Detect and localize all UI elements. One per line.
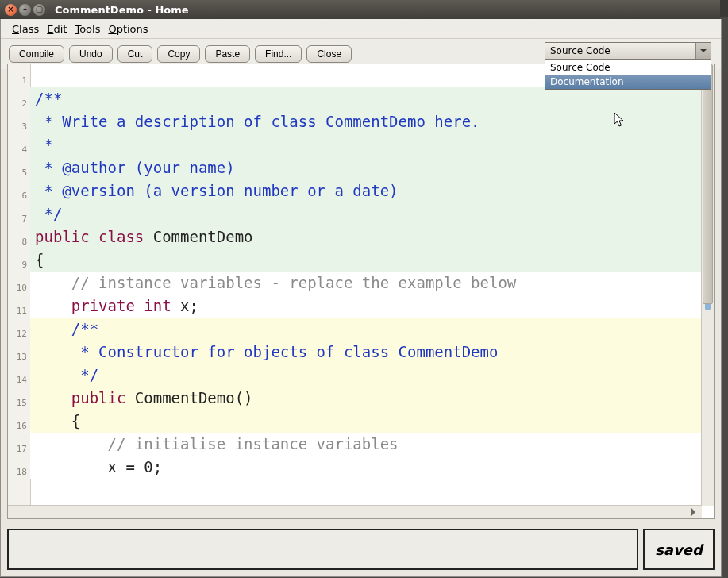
line-number-gutter: 1 2 3 4 5 6 7 8 9 10 11 12 13 14 15 16 1… [8,64,31,506]
vertical-scrollbar[interactable] [701,64,714,506]
view-dropdown[interactable]: Source Code Source Code Documentation [545,42,711,60]
code-token: class [90,228,144,245]
app-surface: Class Edit Tools Options Compile Undo Cu… [0,19,722,577]
code-token: private [35,297,135,314]
line-number: 8 [8,230,30,253]
code-token: public [35,389,125,407]
horizontal-scrollbar[interactable] [8,505,702,518]
scroll-right-icon[interactable] [689,506,702,518]
chevron-down-icon[interactable] [695,43,711,59]
line-number: 1 [8,69,30,92]
view-option-documentation[interactable]: Documentation [545,75,711,89]
window-buttons: × – ▢ [0,4,50,16]
code-line: * [35,136,53,153]
code-line: * Constructor for objects of class Comme… [35,343,498,360]
line-number: 12 [8,322,30,345]
code-line: /** [35,90,62,107]
code-line: * @version (a version number or a date) [35,182,399,199]
code-line: * @author (your name) [35,159,235,176]
scrollbar-thumb[interactable] [703,64,713,304]
code-line: { [35,412,80,430]
code-token: int [135,297,171,314]
menu-class[interactable]: Class [9,21,42,37]
cut-button[interactable]: Cut [117,45,153,63]
line-number: 14 [8,368,30,391]
code-line: // instance variables - replace the exam… [35,274,516,291]
menu-tools[interactable]: Tools [71,21,103,37]
undo-button[interactable]: Undo [69,45,113,63]
line-number: 17 [8,437,30,460]
message-area [7,529,638,570]
menu-bar: Class Edit Tools Options [1,19,721,39]
line-number: 3 [8,115,30,138]
code-token: CommentDemo() [125,389,252,407]
line-number: 5 [8,161,30,184]
line-number: 2 [8,92,30,115]
code-token: x; [171,297,198,314]
code-token: public [35,228,90,245]
close-window-icon[interactable]: × [5,4,17,16]
code-line: * Write a description of class CommentDe… [35,113,480,130]
code-token: CommentDemo [144,228,252,245]
maximize-window-icon[interactable]: ▢ [33,4,45,16]
line-number: 6 [8,184,30,207]
line-number: 15 [8,391,30,414]
code-line: x = 0; [35,458,162,476]
line-number: 18 [8,460,30,484]
editor: 1 2 3 4 5 6 7 8 9 10 11 12 13 14 15 16 1… [7,64,715,519]
line-number: 11 [8,299,30,322]
code-line: */ [35,366,98,383]
code-line: { [35,251,44,268]
minimize-window-icon[interactable]: – [19,4,31,16]
paste-button[interactable]: Paste [205,45,250,63]
title-bar: × – ▢ CommentDemo - Home [0,0,720,19]
view-dropdown-display[interactable]: Source Code [545,42,711,60]
save-status: saved [643,529,715,570]
line-number: 10 [8,276,30,299]
line-number: 16 [8,414,30,437]
code-line: */ [35,205,62,222]
code-line: // initialise instance variables [35,435,399,453]
line-number: 4 [8,138,30,161]
view-dropdown-selected: Source Code [550,45,611,56]
code-area[interactable]: /** * Write a description of class Comme… [30,64,702,506]
line-number: 7 [8,207,30,230]
compile-button[interactable]: Compile [9,45,64,63]
window-title: CommentDemo - Home [55,4,189,16]
code-line: /** [35,320,98,337]
status-row: saved [7,529,715,570]
copy-button[interactable]: Copy [157,45,200,63]
close-button[interactable]: Close [306,45,352,63]
view-dropdown-list: Source Code Documentation [545,60,711,90]
menu-edit[interactable]: Edit [44,21,70,37]
find-button[interactable]: Find... [255,45,302,63]
app-window: × – ▢ CommentDemo - Home Class Edit Tool… [0,0,728,578]
menu-options[interactable]: Options [105,21,151,37]
line-number: 9 [8,253,30,276]
view-option-source[interactable]: Source Code [545,60,711,75]
line-number: 13 [8,345,30,368]
